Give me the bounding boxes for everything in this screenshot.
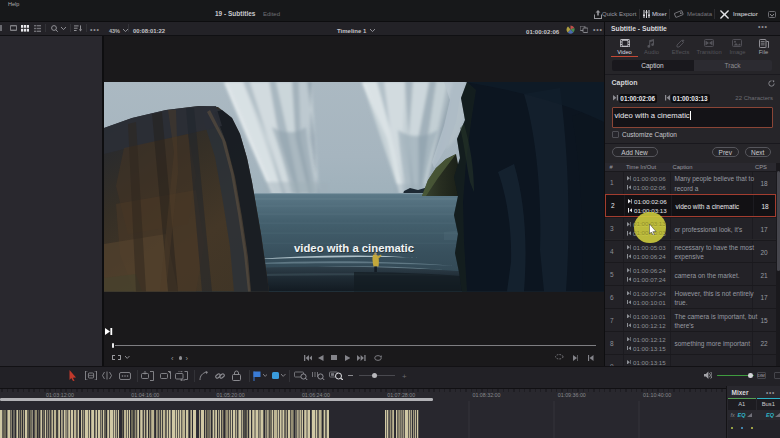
svg-text:video with a cinematic: video with a cinematic	[294, 242, 414, 254]
